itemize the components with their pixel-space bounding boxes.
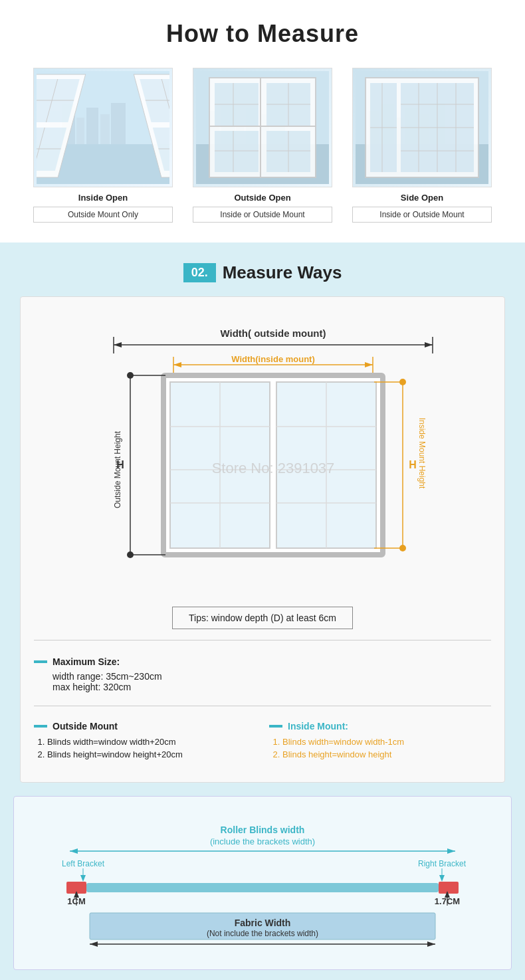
section-header: 02. Measure Ways xyxy=(13,262,512,283)
roller-include-label: (include the brackets width) xyxy=(210,836,315,846)
svg-marker-69 xyxy=(114,342,122,347)
max-size-label: Maximum Size: xyxy=(34,656,491,667)
roller-diagram: Roller Blinds width (include the bracket… xyxy=(30,817,495,949)
divider-2 xyxy=(34,706,491,706)
fabric-width-label: Fabric Width xyxy=(235,918,291,928)
window-side-open-mount: Inside or Outside Mount xyxy=(352,207,492,223)
max-size-section: Maximum Size: width range: 35cm~230cm ma… xyxy=(34,648,491,698)
svg-rect-107 xyxy=(86,883,439,892)
inside-mount-dash-icon xyxy=(269,725,282,728)
svg-marker-114 xyxy=(90,941,98,947)
inside-mount-heading: Inside Mount: xyxy=(288,721,348,732)
outside-mount-col: Outside Mount Blinds width=window width+… xyxy=(34,721,256,762)
max-size-details: width range: 35cm~230cm max height: 320c… xyxy=(34,671,491,692)
inside-mount-label-row: Inside Mount: xyxy=(269,721,491,732)
inside-h-label: H xyxy=(409,459,417,470)
tips-text: Tips: window depth (D) at least 6cm xyxy=(189,613,336,623)
right-bracket-label: Right Bracket xyxy=(418,859,467,868)
not-include-label: (Not include the brackets width) xyxy=(207,929,318,938)
section-title: Measure Ways xyxy=(223,262,342,283)
outside-mount-height-label: Outside Mount Height xyxy=(113,431,122,508)
window-types-section: Inside Open Outside Mount Only xyxy=(0,61,525,243)
outside-mount-dash-icon xyxy=(34,725,47,728)
outside-mount-item-2: Blinds height=window height+20cm xyxy=(47,749,256,759)
outside-mount-heading: Outside Mount xyxy=(52,721,118,732)
svg-rect-3 xyxy=(76,118,84,144)
svg-marker-74 xyxy=(173,362,181,367)
inside-width-label: Width(inside mount) xyxy=(231,354,315,364)
page-title: How to Measure xyxy=(13,20,512,48)
inside-mount-col: Inside Mount: Blinds width=window width-… xyxy=(269,721,491,762)
tips-box: Tips: window depth (D) at least 6cm xyxy=(172,607,353,629)
window-type-inside-open: Inside Open Outside Mount Only xyxy=(33,68,173,223)
svg-rect-4 xyxy=(86,108,98,144)
window-outside-open-img xyxy=(193,68,332,187)
outside-width-label: Width( outside mount) xyxy=(221,328,326,339)
outside-mount-label: Outside Mount xyxy=(34,721,256,732)
svg-marker-70 xyxy=(425,342,433,347)
max-size-heading: Maximum Size: xyxy=(52,656,120,667)
inside-mount-height-label: Inside Mount Height xyxy=(417,418,427,489)
window-inside-open-mount: Outside Mount Only xyxy=(33,207,173,223)
watermark-text: Store No: 2391037 xyxy=(212,460,335,476)
measure-ways-section: 02. Measure Ways Width( outside mount) xyxy=(0,243,525,980)
svg-marker-100 xyxy=(447,848,455,854)
page-header: How to Measure xyxy=(0,0,525,61)
svg-marker-75 xyxy=(365,362,373,367)
roller-width-label: Roller Blinds width xyxy=(221,825,305,835)
max-size-line1: width range: 35cm~230cm xyxy=(52,671,491,682)
divider-1 xyxy=(34,640,491,640)
inside-mount-item-2: Blinds height=window height xyxy=(282,749,491,759)
window-outside-open-label: Outside Open xyxy=(234,193,290,203)
window-outside-open-mount: Inside or Outside Mount xyxy=(193,207,332,223)
roller-card: Roller Blinds width (include the bracket… xyxy=(13,796,512,970)
svg-marker-99 xyxy=(70,848,78,854)
window-inside-open-label: Inside Open xyxy=(78,193,128,203)
max-size-line2: max height: 320cm xyxy=(52,682,491,692)
outside-mount-list: Blinds width=window width+20cm Blinds he… xyxy=(34,737,256,759)
left-bracket-label: Left Bracket xyxy=(62,859,105,868)
svg-marker-102 xyxy=(80,875,86,882)
mount-instructions: Outside Mount Blinds width=window width+… xyxy=(34,714,491,769)
measurement-diagram: Width( outside mount) Width(inside mount… xyxy=(34,317,512,596)
svg-rect-32 xyxy=(215,131,259,172)
svg-marker-115 xyxy=(427,941,435,947)
window-type-side-open: Side Open Inside or Outside Mount xyxy=(352,68,492,223)
diagram-card: Width( outside mount) Width(inside mount… xyxy=(20,296,505,783)
window-type-outside-open: Outside Open Inside or Outside Mount xyxy=(193,68,332,223)
window-side-open-label: Side Open xyxy=(401,193,443,203)
section-number: 02. xyxy=(183,263,216,282)
svg-marker-104 xyxy=(439,875,445,882)
svg-rect-106 xyxy=(439,882,459,894)
label-dash-icon xyxy=(34,660,47,663)
svg-rect-5 xyxy=(100,114,110,144)
inside-mount-item-1: Blinds width=window width-1cm xyxy=(282,737,491,747)
svg-rect-6 xyxy=(111,103,126,144)
outside-mount-item-1: Blinds width=window width+20cm xyxy=(47,737,256,747)
window-inside-open-img xyxy=(33,68,173,187)
window-side-open-img xyxy=(352,68,492,187)
inside-mount-list: Blinds width=window width-1cm Blinds hei… xyxy=(269,737,491,759)
